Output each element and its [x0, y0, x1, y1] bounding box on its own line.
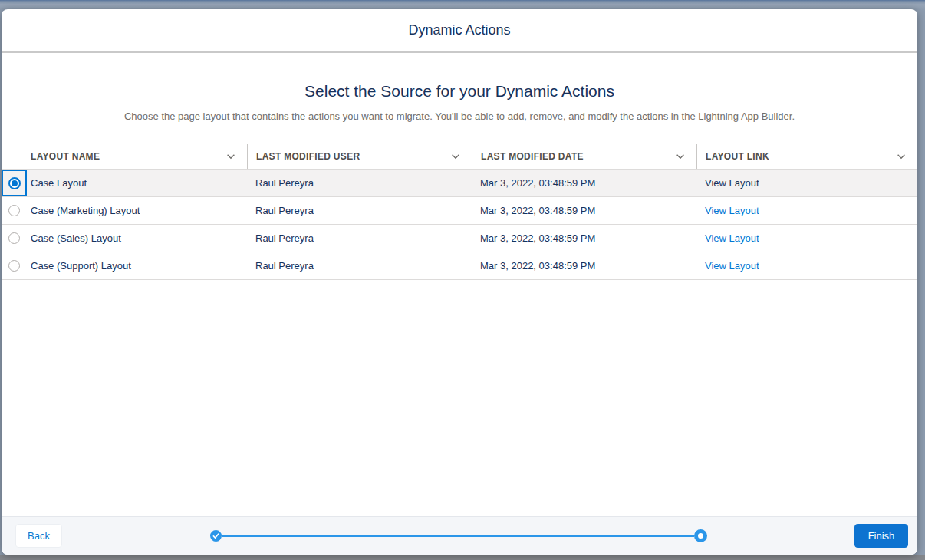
page-title: Select the Source for your Dynamic Actio…	[2, 82, 917, 100]
view-layout-link[interactable]: View Layout	[705, 177, 759, 189]
layout-name-cell: Case (Marketing) Layout	[27, 205, 247, 216]
column-header-label: LAYOUT LINK	[706, 151, 769, 162]
table-row[interactable]: Case (Marketing) Layout Raul Pereyra Mar…	[2, 197, 917, 225]
modal-header: Dynamic Actions	[2, 9, 917, 53]
table-row[interactable]: Case Layout Raul Pereyra Mar 3, 2022, 03…	[2, 170, 917, 197]
backdrop-bottom-strip	[0, 555, 925, 560]
last-modified-user-cell: Raul Pereyra	[247, 260, 472, 272]
modal-title: Dynamic Actions	[408, 22, 510, 38]
table-header-row: LAYOUT NAME LAST MODIFIED USER LAST MODI…	[2, 144, 917, 170]
column-header-last-modified-user[interactable]: LAST MODIFIED USER	[247, 144, 472, 169]
radio-cell[interactable]	[2, 197, 27, 224]
column-header-last-modified-date[interactable]: LAST MODIFIED DATE	[472, 144, 696, 169]
progress-indicator	[210, 529, 707, 542]
column-header-label: LAST MODIFIED USER	[256, 151, 360, 162]
layout-name-cell: Case (Support) Layout	[27, 260, 247, 272]
column-header-label: LAYOUT NAME	[31, 151, 100, 162]
column-header-layout-name[interactable]: LAYOUT NAME	[2, 144, 247, 169]
last-modified-date-cell: Mar 3, 2022, 03:48:59 PM	[472, 232, 696, 244]
table-row[interactable]: Case (Support) Layout Raul Pereyra Mar 3…	[2, 252, 917, 280]
finish-button[interactable]: Finish	[854, 524, 908, 548]
last-modified-user-cell: Raul Pereyra	[247, 177, 472, 189]
last-modified-user-cell: Raul Pereyra	[247, 205, 472, 216]
dynamic-actions-modal: Dynamic Actions Select the Source for yo…	[2, 9, 917, 555]
last-modified-date-cell: Mar 3, 2022, 03:48:59 PM	[472, 260, 696, 272]
view-layout-link[interactable]: View Layout	[705, 205, 759, 216]
radio-button-selected[interactable]	[8, 177, 21, 189]
view-layout-link[interactable]: View Layout	[705, 232, 759, 244]
radio-button[interactable]	[8, 205, 20, 216]
modal-content: Select the Source for your Dynamic Actio…	[2, 53, 917, 516]
last-modified-user-cell: Raul Pereyra	[247, 232, 472, 244]
radio-cell[interactable]	[2, 225, 27, 252]
layout-name-cell: Case Layout	[27, 177, 247, 189]
check-icon	[212, 532, 219, 539]
step-current-marker	[694, 529, 707, 542]
back-button[interactable]: Back	[15, 524, 62, 548]
last-modified-date-cell: Mar 3, 2022, 03:48:59 PM	[472, 177, 696, 189]
chevron-down-icon[interactable]	[896, 151, 907, 162]
last-modified-date-cell: Mar 3, 2022, 03:48:59 PM	[472, 205, 696, 216]
progress-line	[222, 535, 694, 537]
view-layout-link[interactable]: View Layout	[705, 260, 759, 272]
step-completed-icon	[210, 530, 222, 542]
radio-button[interactable]	[8, 260, 20, 272]
column-header-label: LAST MODIFIED DATE	[481, 151, 584, 162]
chevron-down-icon[interactable]	[225, 151, 236, 162]
chevron-down-icon[interactable]	[675, 151, 686, 162]
layouts-table: LAYOUT NAME LAST MODIFIED USER LAST MODI…	[2, 144, 917, 280]
radio-cell[interactable]	[2, 252, 27, 279]
layout-name-cell: Case (Sales) Layout	[27, 232, 247, 244]
table-row[interactable]: Case (Sales) Layout Raul Pereyra Mar 3, …	[2, 225, 917, 252]
page-subtitle: Choose the page layout that contains the…	[48, 110, 871, 122]
radio-cell[interactable]	[2, 170, 27, 196]
column-header-layout-link[interactable]: LAYOUT LINK	[696, 144, 917, 169]
chevron-down-icon[interactable]	[450, 151, 461, 162]
modal-footer: Back Finish	[2, 516, 917, 555]
radio-button[interactable]	[8, 232, 20, 244]
backdrop-right-strip	[917, 10, 925, 555]
